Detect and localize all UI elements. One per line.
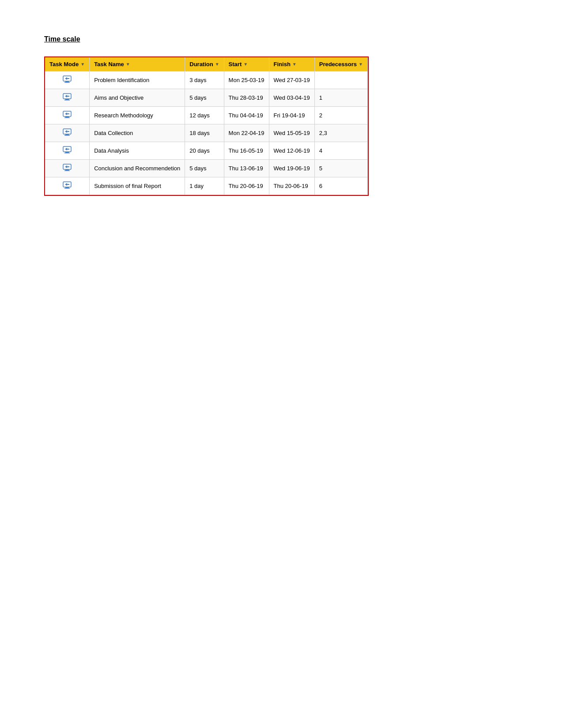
th-finish: Finish ▼ xyxy=(269,57,314,71)
task-mode-cell xyxy=(45,160,90,177)
duration-cell: 12 days xyxy=(185,107,224,124)
svg-rect-14 xyxy=(64,153,70,154)
svg-rect-13 xyxy=(65,152,69,153)
duration-cell: 1 day xyxy=(185,177,224,195)
table-wrapper: Task Mode ▼ Task Name ▼ Duration ▼ xyxy=(44,56,369,196)
table-body: Problem Identification3 daysMon 25-03-19… xyxy=(45,71,367,195)
start-cell: Thu 28-03-19 xyxy=(224,89,269,107)
page-container: Time scale Task Mode ▼ Task Name ▼ xyxy=(0,0,563,233)
svg-rect-1 xyxy=(65,81,69,82)
finish-cell: Wed 15-05-19 xyxy=(269,124,314,142)
table-row: Conclusion and Recommendetion5 daysThu 1… xyxy=(45,160,367,177)
table-row: Data Analysis20 daysThu 16-05-19Wed 12-0… xyxy=(45,142,367,160)
finish-cell: Thu 20-06-19 xyxy=(269,177,314,195)
predecessors-cell: 5 xyxy=(314,160,367,177)
start-cell: Mon 25-03-19 xyxy=(224,71,269,89)
svg-rect-7 xyxy=(65,116,69,117)
svg-rect-11 xyxy=(64,135,70,136)
task-mode-cell xyxy=(45,142,90,160)
predecessors-cell xyxy=(314,71,367,89)
page-title: Time scale xyxy=(44,35,519,43)
task-name-cell: Data Analysis xyxy=(90,142,185,160)
table-row: Submission of final Report1 dayThu 20-06… xyxy=(45,177,367,195)
th-task-name: Task Name ▼ xyxy=(90,57,185,71)
task-mode-cell xyxy=(45,107,90,124)
finish-dropdown-icon[interactable]: ▼ xyxy=(292,62,297,67)
task-name-cell: Data Collection xyxy=(90,124,185,142)
table-row: Data Collection18 daysMon 22-04-19Wed 15… xyxy=(45,124,367,142)
task-mode-icon xyxy=(62,145,72,156)
finish-cell: Fri 19-04-19 xyxy=(269,107,314,124)
duration-dropdown-icon[interactable]: ▼ xyxy=(215,62,219,67)
task-mode-icon xyxy=(62,92,72,103)
task-name-cell: Conclusion and Recommendetion xyxy=(90,160,185,177)
th-predecessors: Predecessors ▼ xyxy=(314,57,367,71)
finish-cell: Wed 27-03-19 xyxy=(269,71,314,89)
svg-rect-4 xyxy=(65,99,69,100)
task-name-cell: Problem Identification xyxy=(90,71,185,89)
gantt-table: Task Mode ▼ Task Name ▼ Duration ▼ xyxy=(45,57,368,195)
svg-rect-8 xyxy=(64,117,70,118)
start-cell: Thu 04-04-19 xyxy=(224,107,269,124)
svg-rect-19 xyxy=(65,187,69,188)
finish-cell: Wed 03-04-19 xyxy=(269,89,314,107)
svg-rect-2 xyxy=(64,82,70,83)
predecessors-cell: 6 xyxy=(314,177,367,195)
duration-cell: 3 days xyxy=(185,71,224,89)
task-mode-cell xyxy=(45,71,90,89)
task-mode-icon xyxy=(62,75,72,86)
svg-rect-20 xyxy=(64,188,70,189)
svg-rect-5 xyxy=(64,100,70,101)
predecessors-cell: 1 xyxy=(314,89,367,107)
table-row: Research Methodology12 daysThu 04-04-19F… xyxy=(45,107,367,124)
task-name-cell: Submission of final Report xyxy=(90,177,185,195)
th-duration: Duration ▼ xyxy=(185,57,224,71)
task-mode-cell xyxy=(45,89,90,107)
task-mode-icon xyxy=(62,110,72,121)
duration-cell: 18 days xyxy=(185,124,224,142)
th-start: Start ▼ xyxy=(224,57,269,71)
finish-cell: Wed 19-06-19 xyxy=(269,160,314,177)
finish-cell: Wed 12-06-19 xyxy=(269,142,314,160)
duration-cell: 5 days xyxy=(185,160,224,177)
start-cell: Mon 22-04-19 xyxy=(224,124,269,142)
predecessors-cell: 4 xyxy=(314,142,367,160)
svg-rect-17 xyxy=(64,170,70,171)
start-cell: Thu 16-05-19 xyxy=(224,142,269,160)
predecessors-dropdown-icon[interactable]: ▼ xyxy=(359,62,363,67)
task-mode-icon xyxy=(62,163,72,174)
table-header-row: Task Mode ▼ Task Name ▼ Duration ▼ xyxy=(45,57,367,71)
task-name-dropdown-icon[interactable]: ▼ xyxy=(126,62,130,67)
task-mode-cell xyxy=(45,177,90,195)
predecessors-cell: 2,3 xyxy=(314,124,367,142)
task-mode-icon xyxy=(62,128,72,139)
svg-rect-10 xyxy=(65,134,69,135)
duration-cell: 20 days xyxy=(185,142,224,160)
predecessors-cell: 2 xyxy=(314,107,367,124)
task-mode-cell xyxy=(45,124,90,142)
task-mode-dropdown-icon[interactable]: ▼ xyxy=(80,62,85,67)
task-name-cell: Research Methodology xyxy=(90,107,185,124)
start-cell: Thu 13-06-19 xyxy=(224,160,269,177)
start-dropdown-icon[interactable]: ▼ xyxy=(243,62,248,67)
table-row: Aims and Objective5 daysThu 28-03-19Wed … xyxy=(45,89,367,107)
task-mode-icon xyxy=(62,180,72,191)
table-row: Problem Identification3 daysMon 25-03-19… xyxy=(45,71,367,89)
th-task-mode: Task Mode ▼ xyxy=(45,57,90,71)
task-name-cell: Aims and Objective xyxy=(90,89,185,107)
duration-cell: 5 days xyxy=(185,89,224,107)
start-cell: Thu 20-06-19 xyxy=(224,177,269,195)
svg-rect-16 xyxy=(65,169,69,170)
